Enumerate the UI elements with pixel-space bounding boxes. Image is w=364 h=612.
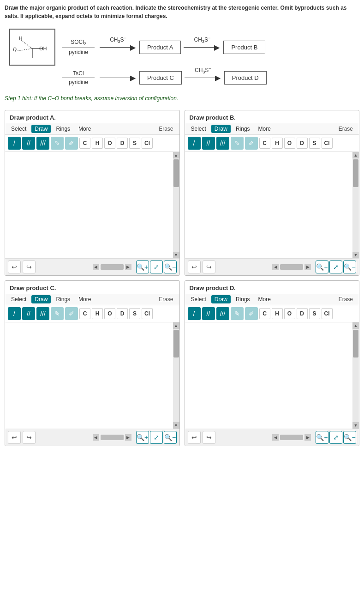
canvas-b[interactable]: ▲ ▼ (185, 152, 359, 258)
zoom-out-c[interactable]: 🔍− (164, 431, 177, 444)
scroll-down-c[interactable]: ▼ (173, 422, 179, 429)
rings-tab-a[interactable]: Rings (53, 125, 73, 133)
zoom-in-d[interactable]: 🔍+ (316, 431, 328, 444)
triple-bond-b[interactable]: /// (216, 137, 229, 150)
dash-bond-a[interactable]: ✐ (65, 137, 78, 150)
zoom-in-b[interactable]: 🔍+ (316, 261, 328, 273)
zoom-out-b[interactable]: 🔍− (343, 261, 356, 273)
redo-d[interactable]: ↪ (203, 431, 215, 444)
atom-s-c[interactable]: S (129, 308, 140, 319)
double-bond-c[interactable]: // (22, 307, 35, 320)
canvas-c[interactable]: ▲ ▼ (5, 322, 179, 429)
select-tab-c[interactable]: Select (8, 295, 30, 303)
scroll-down-d[interactable]: ▼ (352, 422, 359, 429)
scrollbar-right-d[interactable]: ▲ ▼ (352, 322, 359, 429)
more-tab-a[interactable]: More (75, 125, 94, 133)
canvas-d[interactable]: ▲ ▼ (185, 322, 359, 429)
more-tab-d[interactable]: More (255, 295, 274, 303)
atom-d-c[interactable]: D (117, 308, 128, 319)
redo-b[interactable]: ↪ (203, 261, 215, 273)
scroll-left-a[interactable]: ◀ (93, 264, 99, 270)
zoom-in-a[interactable]: 🔍+ (136, 261, 149, 273)
dash-bond-c[interactable]: ✐ (65, 307, 78, 320)
zoom-in-c[interactable]: 🔍+ (136, 431, 149, 444)
zoom-fit-a[interactable]: ⤢ (150, 261, 163, 273)
single-bond-d[interactable]: / (188, 307, 201, 320)
undo-a[interactable]: ↩ (8, 261, 21, 273)
atom-s-b[interactable]: S (309, 138, 320, 149)
triple-bond-d[interactable]: /// (216, 307, 229, 320)
draw-tab-b[interactable]: Draw (211, 125, 231, 133)
single-bond-c[interactable]: / (8, 307, 21, 320)
atom-cl-a[interactable]: Cl (142, 138, 153, 149)
scrollbar-right-a[interactable]: ▲ ▼ (173, 152, 179, 258)
atom-d-b[interactable]: D (297, 138, 308, 149)
atom-c-b[interactable]: C (259, 138, 270, 149)
atom-o-a[interactable]: O (104, 138, 115, 149)
scroll-down-a[interactable]: ▼ (173, 252, 179, 258)
atom-cl-b[interactable]: Cl (322, 138, 333, 149)
atom-d-a[interactable]: D (117, 138, 128, 149)
wedge-bond-b[interactable]: ✎ (231, 137, 244, 150)
erase-tab-d[interactable]: Erase (335, 295, 356, 303)
scrollbar-right-c[interactable]: ▲ ▼ (173, 322, 179, 429)
draw-tab-a[interactable]: Draw (31, 125, 51, 133)
rings-tab-d[interactable]: Rings (233, 295, 253, 303)
atom-h-c[interactable]: H (92, 308, 103, 319)
undo-b[interactable]: ↩ (188, 261, 201, 273)
atom-o-c[interactable]: O (104, 308, 115, 319)
atom-s-d[interactable]: S (309, 308, 320, 319)
zoom-fit-d[interactable]: ⤢ (329, 431, 342, 444)
zoom-fit-c[interactable]: ⤢ (150, 431, 163, 444)
scroll-right-d[interactable]: ▶ (304, 434, 311, 441)
single-bond-a[interactable]: / (8, 137, 21, 150)
wedge-bond-c[interactable]: ✎ (51, 307, 64, 320)
scroll-up-c[interactable]: ▲ (173, 322, 179, 329)
dash-bond-b[interactable]: ✐ (245, 137, 258, 150)
select-tab-a[interactable]: Select (8, 125, 30, 133)
scroll-up-a[interactable]: ▲ (173, 152, 179, 158)
redo-a[interactable]: ↪ (23, 261, 36, 273)
double-bond-a[interactable]: // (22, 137, 35, 150)
atom-c-c[interactable]: C (79, 308, 90, 319)
scroll-right-b[interactable]: ▶ (304, 264, 311, 270)
scroll-right-c[interactable]: ▶ (125, 434, 131, 441)
zoom-fit-b[interactable]: ⤢ (329, 261, 342, 273)
more-tab-c[interactable]: More (75, 295, 94, 303)
draw-tab-c[interactable]: Draw (31, 295, 51, 303)
erase-tab-a[interactable]: Erase (155, 125, 176, 133)
atom-cl-c[interactable]: Cl (142, 308, 153, 319)
double-bond-d[interactable]: // (202, 307, 215, 320)
select-tab-b[interactable]: Select (188, 125, 209, 133)
atom-c-d[interactable]: C (259, 308, 270, 319)
wedge-bond-d[interactable]: ✎ (231, 307, 244, 320)
atom-s-a[interactable]: S (129, 138, 140, 149)
atom-d-d[interactable]: D (297, 308, 308, 319)
atom-cl-d[interactable]: Cl (322, 308, 333, 319)
wedge-bond-a[interactable]: ✎ (51, 137, 64, 150)
atom-c-a[interactable]: C (79, 138, 90, 149)
atom-h-a[interactable]: H (92, 138, 103, 149)
undo-c[interactable]: ↩ (8, 431, 21, 444)
more-tab-b[interactable]: More (255, 125, 274, 133)
zoom-out-d[interactable]: 🔍− (343, 431, 356, 444)
rings-tab-c[interactable]: Rings (53, 295, 73, 303)
erase-tab-b[interactable]: Erase (335, 125, 356, 133)
atom-o-d[interactable]: O (284, 308, 295, 319)
scroll-right-a[interactable]: ▶ (125, 264, 131, 270)
canvas-a[interactable]: ▲ ▼ (5, 152, 179, 258)
scroll-up-d[interactable]: ▲ (352, 322, 359, 329)
redo-c[interactable]: ↪ (23, 431, 36, 444)
triple-bond-c[interactable]: /// (36, 307, 49, 320)
triple-bond-a[interactable]: /// (36, 137, 49, 150)
select-tab-d[interactable]: Select (188, 295, 209, 303)
single-bond-b[interactable]: / (188, 137, 201, 150)
erase-tab-c[interactable]: Erase (155, 295, 176, 303)
rings-tab-b[interactable]: Rings (233, 125, 253, 133)
scroll-up-b[interactable]: ▲ (352, 152, 359, 158)
scroll-down-b[interactable]: ▼ (352, 252, 359, 258)
scroll-left-d[interactable]: ◀ (272, 434, 279, 441)
atom-h-b[interactable]: H (272, 138, 283, 149)
draw-tab-d[interactable]: Draw (211, 295, 231, 303)
atom-o-b[interactable]: O (284, 138, 295, 149)
